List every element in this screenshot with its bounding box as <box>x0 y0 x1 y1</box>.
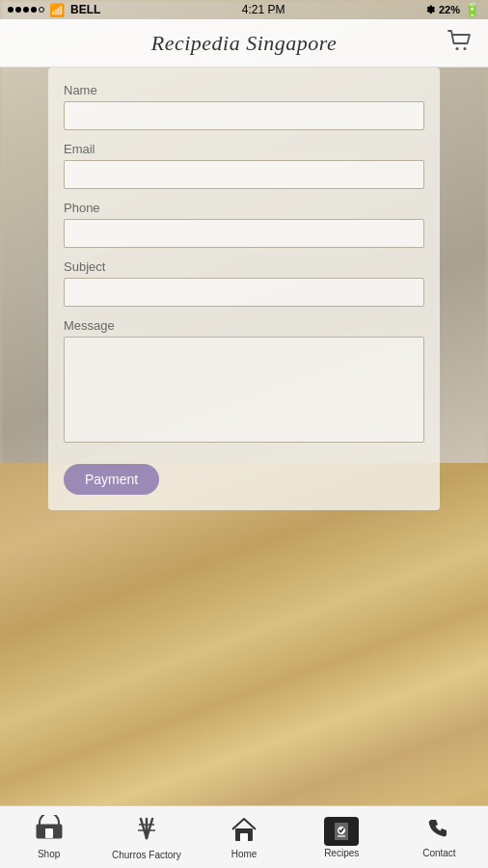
name-input[interactable] <box>64 101 424 130</box>
name-group: Name <box>64 83 424 130</box>
tab-churros[interactable]: Churros Factory <box>97 806 195 868</box>
message-label: Message <box>64 318 424 333</box>
bluetooth-icon: ✽ <box>426 4 435 16</box>
subject-group: Subject <box>64 259 424 307</box>
home-label: Home <box>231 849 258 859</box>
shop-label: Shop <box>38 849 60 859</box>
contact-label: Contact <box>422 848 455 858</box>
tab-home[interactable]: Home <box>195 806 292 868</box>
time-display: 4:21 PM <box>242 3 285 16</box>
status-right: ✽ 22% 🔋 <box>426 2 480 17</box>
svg-point-1 <box>464 47 467 50</box>
tab-contact[interactable]: Contact <box>391 806 488 868</box>
shop-icon <box>35 815 64 847</box>
churros-label: Churros Factory <box>112 850 181 860</box>
phone-group: Phone <box>64 201 424 248</box>
tab-bar: Shop Churros Factory Home <box>0 805 488 868</box>
signal-dot-3 <box>23 7 29 13</box>
subject-label: Subject <box>64 259 424 274</box>
recipes-icon-box <box>324 817 359 846</box>
carrier-label: BELL <box>70 3 100 16</box>
home-icon <box>230 816 258 847</box>
phone-input[interactable] <box>64 219 424 248</box>
svg-point-0 <box>456 47 459 50</box>
wifi-icon: 📶 <box>49 3 65 17</box>
message-group: Message <box>64 318 424 447</box>
svg-rect-10 <box>240 833 248 841</box>
churros-icon <box>133 815 160 848</box>
app-title: Recipedia Singapore <box>151 31 338 56</box>
recipes-label: Recipes <box>324 848 359 858</box>
phone-icon <box>426 817 451 846</box>
svg-rect-3 <box>45 828 53 838</box>
signal-dot-1 <box>8 7 14 13</box>
payment-button[interactable]: Payment <box>64 464 159 495</box>
contact-form: Name Email Phone Subject Message Payment <box>48 68 440 510</box>
tab-shop[interactable]: Shop <box>0 806 97 868</box>
cart-icon[interactable] <box>447 30 473 57</box>
name-label: Name <box>64 83 424 97</box>
signal-dot-5 <box>39 7 44 13</box>
signal-dot-2 <box>15 7 21 13</box>
message-input[interactable] <box>64 337 424 443</box>
subject-input[interactable] <box>64 278 424 307</box>
email-input[interactable] <box>64 160 424 189</box>
status-bar: 📶 BELL 4:21 PM ✽ 22% 🔋 <box>0 0 488 19</box>
email-group: Email <box>64 142 424 189</box>
status-left: 📶 BELL <box>8 3 100 17</box>
battery-icon: 🔋 <box>464 2 480 17</box>
tab-recipes[interactable]: Recipes <box>293 806 391 868</box>
app-header: Recipedia Singapore <box>0 19 488 68</box>
battery-label: 22% <box>439 4 460 15</box>
signal-dot-4 <box>31 7 37 13</box>
phone-label: Phone <box>64 201 424 215</box>
email-label: Email <box>64 142 424 156</box>
signal-dots <box>8 7 44 13</box>
